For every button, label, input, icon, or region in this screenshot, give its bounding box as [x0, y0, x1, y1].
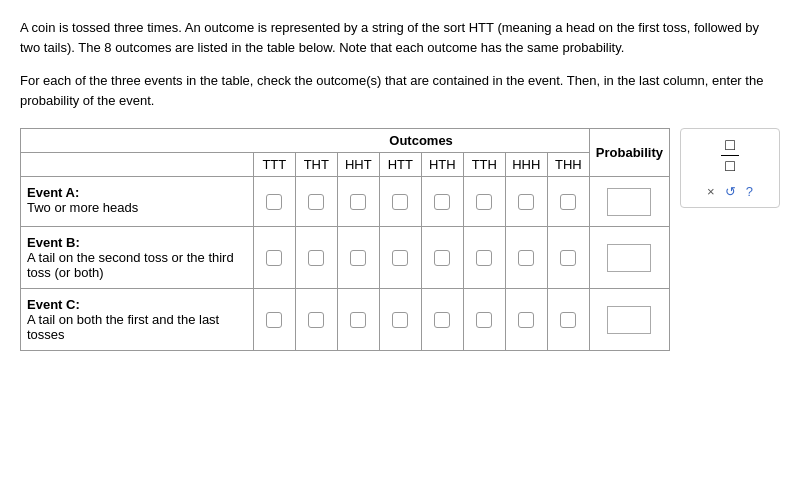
event-c-thh-checkbox[interactable]: [560, 312, 576, 328]
outcomes-label: Outcomes: [389, 133, 453, 148]
event-a-htt-cell: [379, 177, 421, 227]
event-a-cell: Event A: Two or more heads: [21, 177, 254, 227]
col-hht: HHT: [337, 153, 379, 177]
event-a-thh-cell: [547, 177, 589, 227]
event-a-tth-checkbox[interactable]: [476, 194, 492, 210]
event-c-hth-checkbox[interactable]: [434, 312, 450, 328]
col-hhh: HHH: [505, 153, 547, 177]
event-b-hth-checkbox[interactable]: [434, 250, 450, 266]
event-b-prob-cell: [589, 227, 669, 289]
event-c-thh-cell: [547, 289, 589, 351]
event-a-ttt-cell: [253, 177, 295, 227]
event-b-hht-checkbox[interactable]: [350, 250, 366, 266]
close-button[interactable]: ×: [707, 184, 715, 199]
event-c-htt-checkbox[interactable]: [392, 312, 408, 328]
event-c-prob-cell: [589, 289, 669, 351]
event-c-desc: A tail on both the first and the last to…: [27, 312, 219, 342]
event-b-ttt-cell: [253, 227, 295, 289]
event-c-tht-checkbox[interactable]: [308, 312, 324, 328]
outcomes-group-header: Outcomes: [253, 129, 589, 153]
event-a-row: Event A: Two or more heads: [21, 177, 670, 227]
event-b-ttt-checkbox[interactable]: [266, 250, 282, 266]
col-tht: THT: [295, 153, 337, 177]
intro-paragraph1: A coin is tossed three times. An outcome…: [20, 18, 780, 57]
event-a-hht-cell: [337, 177, 379, 227]
event-b-probability-input[interactable]: [607, 244, 651, 272]
event-a-htt-checkbox[interactable]: [392, 194, 408, 210]
outcomes-header-row: Outcomes Probability: [21, 129, 670, 153]
event-b-desc: A tail on the second toss or the third t…: [27, 250, 234, 280]
event-b-htt-checkbox[interactable]: [392, 250, 408, 266]
event-a-hhh-cell: [505, 177, 547, 227]
intro-paragraph2: For each of the three events in the tabl…: [20, 71, 780, 110]
fraction-denominator: □: [721, 156, 739, 174]
main-layout: Outcomes Probability TTT THT HHT HTT HTH…: [20, 128, 780, 351]
event-c-htt-cell: [379, 289, 421, 351]
event-a-tth-cell: [463, 177, 505, 227]
event-c-hth-cell: [421, 289, 463, 351]
event-b-tht-cell: [295, 227, 337, 289]
side-actions: × ↺ ?: [707, 184, 753, 199]
event-a-prob-cell: [589, 177, 669, 227]
event-a-name: Event A:: [27, 185, 79, 200]
event-c-hht-cell: [337, 289, 379, 351]
help-button[interactable]: ?: [746, 184, 753, 199]
event-a-hhh-checkbox[interactable]: [518, 194, 534, 210]
event-b-tth-cell: [463, 227, 505, 289]
event-b-row: Event B: A tail on the second toss or th…: [21, 227, 670, 289]
event-c-ttt-checkbox[interactable]: [266, 312, 282, 328]
event-b-tht-checkbox[interactable]: [308, 250, 324, 266]
event-a-hth-checkbox[interactable]: [434, 194, 450, 210]
event-a-desc: Two or more heads: [27, 200, 138, 215]
col-tth: TTH: [463, 153, 505, 177]
column-labels-row: TTT THT HHT HTT HTH TTH HHH THH: [21, 153, 670, 177]
event-a-thh-checkbox[interactable]: [560, 194, 576, 210]
col-thh: THH: [547, 153, 589, 177]
event-a-ttt-checkbox[interactable]: [266, 194, 282, 210]
event-a-hht-checkbox[interactable]: [350, 194, 366, 210]
event-a-tht-checkbox[interactable]: [308, 194, 324, 210]
event-column-header: [21, 129, 254, 153]
event-b-thh-checkbox[interactable]: [560, 250, 576, 266]
event-c-cell: Event C: A tail on both the first and th…: [21, 289, 254, 351]
event-a-probability-input[interactable]: [607, 188, 651, 216]
fraction-display: □ □: [721, 137, 739, 174]
empty-header: [21, 153, 254, 177]
event-b-cell: Event B: A tail on the second toss or th…: [21, 227, 254, 289]
event-c-name: Event C:: [27, 297, 80, 312]
col-hth: HTH: [421, 153, 463, 177]
event-c-hhh-cell: [505, 289, 547, 351]
outcomes-table: Outcomes Probability TTT THT HHT HTT HTH…: [20, 128, 670, 351]
event-b-htt-cell: [379, 227, 421, 289]
refresh-button[interactable]: ↺: [725, 184, 736, 199]
col-htt: HTT: [379, 153, 421, 177]
event-c-ttt-cell: [253, 289, 295, 351]
fraction-numerator: □: [721, 137, 739, 156]
probability-label: Probability: [596, 145, 663, 160]
probability-column-header: Probability: [589, 129, 669, 177]
event-b-hhh-cell: [505, 227, 547, 289]
event-b-name: Event B:: [27, 235, 80, 250]
col-ttt: TTT: [253, 153, 295, 177]
side-panel: □ □ × ↺ ?: [680, 128, 780, 208]
event-c-row: Event C: A tail on both the first and th…: [21, 289, 670, 351]
event-c-tht-cell: [295, 289, 337, 351]
event-b-hth-cell: [421, 227, 463, 289]
event-c-tth-cell: [463, 289, 505, 351]
event-c-probability-input[interactable]: [607, 306, 651, 334]
event-b-tth-checkbox[interactable]: [476, 250, 492, 266]
event-a-hth-cell: [421, 177, 463, 227]
event-a-tht-cell: [295, 177, 337, 227]
event-c-tth-checkbox[interactable]: [476, 312, 492, 328]
event-b-hhh-checkbox[interactable]: [518, 250, 534, 266]
event-b-hht-cell: [337, 227, 379, 289]
event-c-hht-checkbox[interactable]: [350, 312, 366, 328]
event-c-hhh-checkbox[interactable]: [518, 312, 534, 328]
event-b-thh-cell: [547, 227, 589, 289]
table-container: Outcomes Probability TTT THT HHT HTT HTH…: [20, 128, 670, 351]
